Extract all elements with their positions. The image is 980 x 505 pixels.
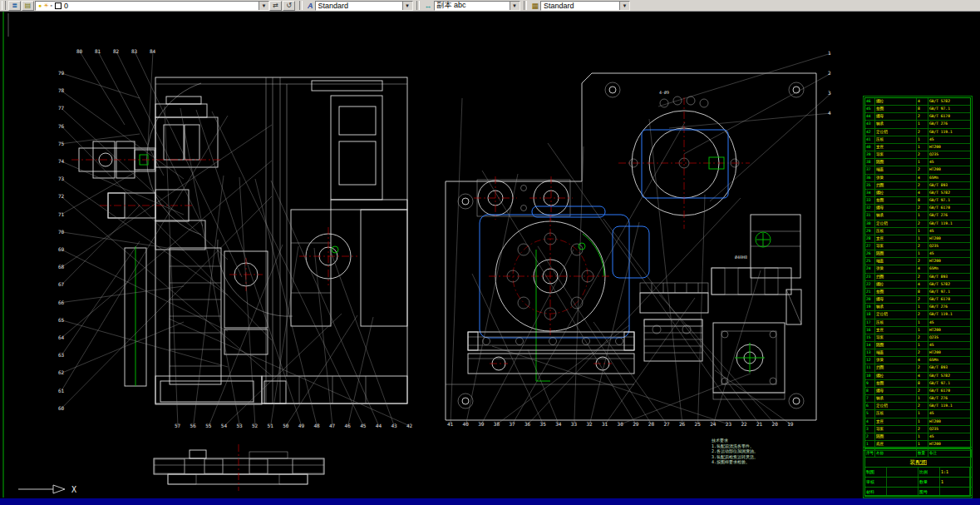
- bom-row: 26隔圈145: [865, 250, 970, 258]
- titleblock-cell: 材料: [865, 488, 887, 495]
- bom-row: 42定位销2GB/T 119.1: [865, 129, 970, 136]
- layer-previous-button[interactable]: ↺: [283, 1, 295, 11]
- toolbar-separator: [524, 1, 527, 10]
- balloon-67: 67: [58, 281, 64, 287]
- balloon-69: 69: [58, 246, 64, 252]
- bom-row: 37端盖2HT200: [865, 166, 970, 174]
- balloon-68: 68: [58, 264, 64, 270]
- bom-row: 2隔圈145: [865, 433, 970, 441]
- bom-row: 25端盖2HT200: [865, 258, 970, 265]
- bom-row: 19轴承1GB/T 276: [865, 304, 970, 311]
- layer-properties-button[interactable]: ≣: [8, 1, 21, 11]
- layer-dropdown-arrow[interactable]: ▼: [259, 2, 268, 10]
- balloon-50: 50: [283, 423, 288, 428]
- text-style-dropdown-arrow[interactable]: ▼: [402, 2, 412, 10]
- balloon-44: 44: [376, 423, 382, 428]
- bom-row: 41压板145: [865, 136, 970, 144]
- titleblock-cell: [887, 488, 918, 495]
- balloon-71: 71: [58, 211, 64, 217]
- balloon-45: 45: [360, 423, 366, 428]
- titleblock-cell: 制图: [865, 468, 887, 477]
- make-object-layer-current-button[interactable]: ⇄: [269, 1, 282, 11]
- layer-dropdown[interactable]: ● ☀ ▪ 0 ▼: [35, 1, 269, 11]
- bom-row: 36弹簧465Mn: [865, 175, 970, 182]
- balloon-51: 51: [268, 423, 273, 428]
- bom-header-row: 序号名称数量备注: [865, 449, 972, 458]
- balloon-23: 23: [726, 421, 731, 427]
- bom-row: 45垫圈8GB/T 97.1: [865, 106, 970, 113]
- balloon-77: 77: [58, 105, 64, 111]
- bom-row: 8螺母2GB/T 6170: [865, 388, 970, 395]
- titleblock-cell: 比例: [918, 468, 940, 477]
- bom-row: 29压板145: [865, 228, 970, 235]
- bom-row: 23挡圈2GB/T 893: [865, 274, 970, 281]
- drawing-canvas[interactable]: X: [0, 0, 980, 505]
- balloon-32: 32: [586, 421, 592, 427]
- bom-row: 10螺栓4GB/T 5782: [865, 373, 970, 380]
- balloon-1: 1: [828, 50, 831, 56]
- bom-row: 46螺栓4GB/T 5782: [865, 98, 970, 106]
- toolbar-grip[interactable]: [2, 1, 6, 10]
- bom-row: 35挡圈2GB/T 893: [865, 182, 970, 190]
- bom-row: 6定位销2GB/T 119.1: [865, 403, 970, 410]
- table-style-value: Standard: [544, 2, 574, 10]
- toolbar: ≣ ▤ ● ☀ ▪ 0 ▼ ⇄ ↺ A Standard ▼ ↔ 副本 abc …: [0, 0, 980, 12]
- balloon-36: 36: [524, 421, 530, 427]
- titleblock-cell: 审核: [865, 478, 887, 487]
- balloon-2: 2: [828, 70, 831, 76]
- left-margin-lines: [3, 12, 8, 498]
- bom-row: 28支座1HT200: [865, 235, 970, 243]
- balloon-46: 46: [345, 423, 351, 428]
- balloon-21: 21: [756, 421, 762, 427]
- bom-row: 21垫圈8GB/T 97.1: [865, 289, 970, 296]
- table-style-dropdown-arrow[interactable]: ▼: [619, 2, 629, 10]
- bom-row: 4支座1HT200: [865, 418, 970, 426]
- bom-row: 11挡圈2GB/T 893: [865, 364, 970, 372]
- left-view: [71, 77, 407, 404]
- titleblock-cell: 数量: [918, 478, 940, 487]
- bom-row: 1底座1HT200: [865, 441, 970, 448]
- balloon-19: 19: [787, 421, 793, 427]
- technical-notes: 技术要求 1.装配前清洗各零件。 2.各运动部位加润滑油。 3.装配后检查运转灵…: [712, 438, 758, 465]
- balloon-53: 53: [236, 423, 242, 428]
- balloon-55: 55: [205, 423, 211, 428]
- balloon-62: 62: [58, 369, 64, 375]
- balloon-54: 54: [221, 423, 227, 428]
- balloon-57: 57: [175, 423, 180, 428]
- balloon-24: 24: [710, 421, 716, 427]
- balloon-47: 47: [329, 423, 335, 428]
- lock-icon: ▪: [51, 2, 52, 10]
- ucs-icon: X: [18, 485, 76, 494]
- balloon-40: 40: [463, 421, 469, 427]
- balloon-73: 73: [58, 176, 64, 181]
- layer-states-button[interactable]: ▤: [22, 1, 34, 11]
- bom-row: 44螺母2GB/T 6170: [865, 113, 970, 121]
- bom-row: 7轴承1GB/T 276: [865, 395, 970, 403]
- titleblock-cell: 图号: [918, 488, 940, 495]
- bom-row: 33垫圈8GB/T 97.1: [865, 197, 970, 205]
- bom-row: 15导套2Q235: [865, 334, 970, 342]
- balloon-82: 82: [113, 48, 119, 54]
- balloon-37: 37: [509, 421, 515, 427]
- balloon-56: 56: [190, 423, 196, 428]
- balloon-75: 75: [58, 141, 64, 146]
- balloon-27: 27: [663, 421, 669, 427]
- sun-icon: ☀: [43, 2, 48, 10]
- dim-style-dropdown-arrow[interactable]: ▼: [510, 2, 520, 10]
- titleblock-cell: [887, 468, 918, 477]
- balloon-66: 66: [58, 300, 64, 305]
- leader-lines: [62, 52, 831, 426]
- balloon-79: 79: [58, 70, 64, 76]
- balloon-64: 64: [58, 334, 64, 340]
- balloon-20: 20: [772, 421, 778, 427]
- dim-style-dropdown[interactable]: 副本 abc ▼: [434, 1, 520, 11]
- balloon-34: 34: [555, 421, 561, 427]
- text-style-dropdown[interactable]: Standard ▼: [315, 1, 413, 11]
- bom-row: 16支座1HT200: [865, 327, 970, 334]
- bom-row: 43轴承1GB/T 276: [865, 121, 970, 128]
- table-style-dropdown[interactable]: Standard ▼: [540, 1, 630, 11]
- bom-row: 24弹簧465Mn: [865, 265, 970, 273]
- bom-row: 34螺栓4GB/T 5782: [865, 190, 970, 197]
- balloon-81: 81: [95, 48, 101, 54]
- bom-row: 30定位销2GB/T 119.1: [865, 220, 970, 228]
